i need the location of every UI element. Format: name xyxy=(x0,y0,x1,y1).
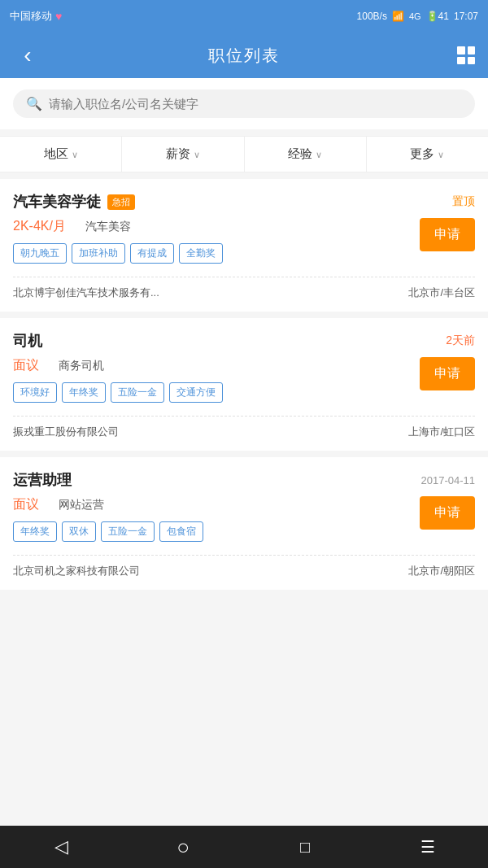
tag: 朝九晚五 xyxy=(13,243,67,264)
job-location: 北京市/朝阳区 xyxy=(408,564,475,578)
job-salary: 面议 xyxy=(13,496,39,513)
page-title: 职位列表 xyxy=(208,45,280,67)
network-label: 4G xyxy=(409,11,421,21)
filter-more-label: 更多 xyxy=(410,146,434,162)
filter-bar: 地区 ∨ 薪资 ∨ 经验 ∨ 更多 ∨ xyxy=(0,136,488,172)
job-meta-row: 面议 网站运营 年终奖 双休 五险一金 包食宿 申请 xyxy=(13,496,475,552)
carrier-label: 中国移动 xyxy=(10,9,52,24)
chevron-down-icon: ∨ xyxy=(194,150,200,160)
urgent-badge: 急招 xyxy=(107,194,135,210)
speed-label: 100B/s xyxy=(357,11,387,22)
battery-icon: 🔋41 xyxy=(426,11,449,22)
nav-menu-button[interactable]: ☰ xyxy=(403,829,451,865)
search-section: 🔍 xyxy=(0,78,488,129)
tag: 五险一金 xyxy=(101,521,155,542)
job-meta-row: 面议 商务司机 环境好 年终奖 五险一金 交通方便 申请 xyxy=(13,357,475,412)
job-salary: 2K-4K/月 xyxy=(13,218,66,235)
chevron-down-icon: ∨ xyxy=(72,150,78,160)
tag: 交通方便 xyxy=(169,382,223,403)
job-meta: 面议 网站运营 xyxy=(13,496,407,513)
job-card: 司机 2天前 面议 商务司机 环境好 年终奖 五险一金 交通方便 申请 xyxy=(0,318,488,451)
status-right: 100B/s 📶 4G 🔋41 17:07 xyxy=(357,11,478,22)
job-title-wrap: 运营助理 xyxy=(13,470,72,490)
back-icon: ‹ xyxy=(24,42,31,68)
tag: 有提成 xyxy=(130,243,174,264)
job-meta-left: 2K-4K/月 汽车美容 朝九晚五 加班补助 有提成 全勤奖 xyxy=(13,218,407,273)
job-header: 运营助理 2017-04-11 xyxy=(13,470,475,490)
chevron-down-icon: ∨ xyxy=(438,150,444,160)
nav-home-icon: ○ xyxy=(176,835,190,860)
filter-experience[interactable]: 经验 ∨ xyxy=(245,137,367,172)
job-category: 汽车美容 xyxy=(85,220,131,234)
grid-icon xyxy=(457,46,475,64)
tag: 双休 xyxy=(62,521,96,542)
apply-button[interactable]: 申请 xyxy=(420,357,475,390)
filter-more[interactable]: 更多 ∨ xyxy=(367,137,488,172)
job-tags: 环境好 年终奖 五险一金 交通方便 xyxy=(13,382,407,403)
grid-view-button[interactable] xyxy=(446,46,475,64)
status-bar: 中国移动 ♥ 100B/s 📶 4G 🔋41 17:07 xyxy=(0,0,488,33)
job-meta-left: 面议 商务司机 环境好 年终奖 五险一金 交通方便 xyxy=(13,357,407,412)
job-title: 汽车美容学徒 xyxy=(13,192,101,212)
job-tags: 年终奖 双休 五险一金 包食宿 xyxy=(13,521,407,542)
heart-icon: ♥ xyxy=(55,10,62,23)
apply-button[interactable]: 申请 xyxy=(420,218,475,251)
wifi-icon: 📶 xyxy=(392,11,404,22)
search-icon: 🔍 xyxy=(26,96,42,111)
company-name: 北京司机之家科技有限公司 xyxy=(13,564,140,578)
job-card: 汽车美容学徒 急招 置顶 2K-4K/月 汽车美容 朝九晚五 加班补助 有提成 … xyxy=(0,179,488,312)
time-badge: 2天前 xyxy=(446,334,475,348)
job-title: 运营助理 xyxy=(13,470,72,490)
back-button[interactable]: ‹ xyxy=(13,42,42,68)
job-salary: 面议 xyxy=(13,357,39,374)
tag: 年终奖 xyxy=(13,521,57,542)
job-tags: 朝九晚五 加班补助 有提成 全勤奖 xyxy=(13,243,407,264)
job-location: 上海市/虹口区 xyxy=(408,425,475,439)
tag: 全勤奖 xyxy=(179,243,223,264)
status-left: 中国移动 ♥ xyxy=(10,9,62,24)
top-badge: 置顶 xyxy=(452,194,475,209)
nav-home-button[interactable]: ○ xyxy=(159,829,207,865)
job-header: 汽车美容学徒 急招 置顶 xyxy=(13,192,475,212)
bottom-nav: ◁ ○ □ ☰ xyxy=(0,826,488,868)
job-meta: 2K-4K/月 汽车美容 xyxy=(13,218,407,235)
job-card: 运营助理 2017-04-11 面议 网站运营 年终奖 双休 五险一金 包食宿 … xyxy=(0,457,488,590)
company-name: 北京博宇创佳汽车技术服务有... xyxy=(13,286,159,300)
job-title-wrap: 司机 xyxy=(13,331,42,351)
nav-back-icon: ◁ xyxy=(54,836,68,857)
tag: 加班补助 xyxy=(72,243,125,264)
job-category: 商务司机 xyxy=(59,359,104,373)
search-box[interactable]: 🔍 xyxy=(13,89,475,118)
job-header: 司机 2天前 xyxy=(13,331,475,351)
job-list: 汽车美容学徒 急招 置顶 2K-4K/月 汽车美容 朝九晚五 加班补助 有提成 … xyxy=(0,179,488,590)
tag: 环境好 xyxy=(13,382,57,403)
nav-recents-icon: □ xyxy=(300,838,310,857)
nav-back-button[interactable]: ◁ xyxy=(37,829,85,865)
time-label: 17:07 xyxy=(454,11,478,22)
search-input[interactable] xyxy=(49,97,462,111)
tag: 包食宿 xyxy=(159,521,203,542)
company-name: 振戎重工股份有限公司 xyxy=(13,425,119,439)
job-footer: 北京博宇创佳汽车技术服务有... 北京市/丰台区 xyxy=(13,277,475,312)
chevron-down-icon: ∨ xyxy=(316,150,322,160)
job-title-wrap: 汽车美容学徒 急招 xyxy=(13,192,135,212)
nav-recents-button[interactable]: □ xyxy=(281,829,329,865)
filter-salary-label: 薪资 xyxy=(166,146,190,162)
job-meta-left: 面议 网站运营 年终奖 双休 五险一金 包食宿 xyxy=(13,496,407,552)
filter-experience-label: 经验 xyxy=(288,146,312,162)
header: ‹ 职位列表 xyxy=(0,33,488,78)
job-footer: 振戎重工股份有限公司 上海市/虹口区 xyxy=(13,416,475,451)
nav-menu-icon: ☰ xyxy=(420,837,434,857)
tag: 五险一金 xyxy=(111,382,164,403)
job-location: 北京市/丰台区 xyxy=(408,286,475,300)
job-footer: 北京司机之家科技有限公司 北京市/朝阳区 xyxy=(13,555,475,590)
job-meta: 面议 商务司机 xyxy=(13,357,407,374)
apply-button[interactable]: 申请 xyxy=(420,496,475,530)
job-title: 司机 xyxy=(13,331,42,351)
tag: 年终奖 xyxy=(62,382,106,403)
filter-region[interactable]: 地区 ∨ xyxy=(0,137,122,172)
job-category: 网站运营 xyxy=(59,498,104,513)
filter-salary[interactable]: 薪资 ∨ xyxy=(122,137,244,172)
filter-region-label: 地区 xyxy=(44,146,68,162)
date-badge: 2017-04-11 xyxy=(421,474,476,486)
